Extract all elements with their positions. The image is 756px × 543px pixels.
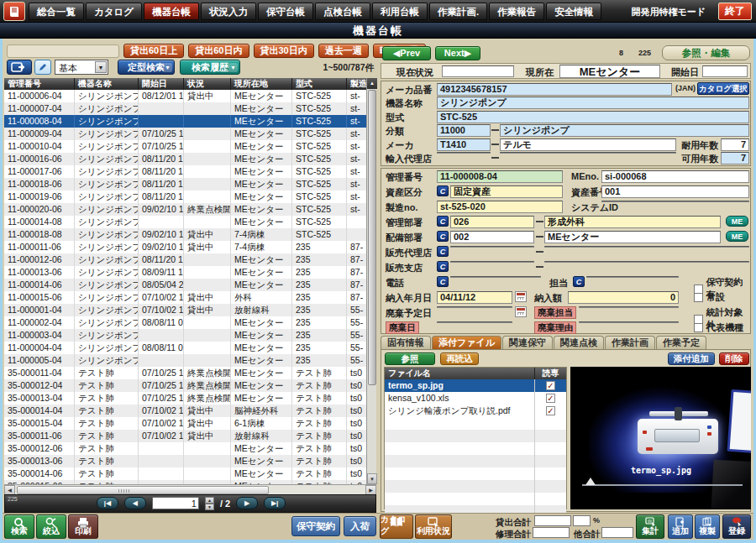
filter-button[interactable]: 過去一週 [318,44,369,58]
table-row[interactable]: 11-000003-04シリンジポンプMEセンター23555- [4,329,366,342]
maintenance-contract-button[interactable]: 保守契約 [291,516,340,536]
file-checkbox[interactable]: ✓ [546,394,555,403]
sales-branch-name-input[interactable] [544,261,749,263]
print-button[interactable]: 印刷 [68,514,98,539]
table-row[interactable]: 11-000018-08シリンジポンプ09/02/10 1貸出中7-4病棟STC… [4,228,366,241]
calendar-icon[interactable] [515,306,527,317]
class-code-input[interactable]: 11000 [437,124,491,137]
preview-slider-handle[interactable] [585,478,596,485]
disposal-plan-input[interactable] [437,306,512,308]
table-row[interactable]: 11-000014-08シリンジポンプMEセンターSTC-525 [4,216,366,228]
contact-input[interactable] [586,276,679,278]
filter-button[interactable]: 貸出30日内 [254,44,314,58]
table-row[interactable]: 11-000012-06シリンジポンプ08/11/20 1MEセンター23587… [4,253,366,266]
table-row[interactable]: 35-000012-04テスト肺07/10/25 1終業点検開MEセンターテスト… [4,379,366,392]
current-location-input[interactable]: MEセンター [559,65,660,78]
attachment-view-button[interactable]: 参照 [385,352,435,365]
preview-image[interactable]: termo_sp.jpg [589,367,733,493]
loan-total-input[interactable] [534,515,571,526]
table-row[interactable]: 11-000004-04シリンジポンプ08/08/11 0MEセンター23555… [4,342,366,354]
import-agent-code-input[interactable] [437,152,491,154]
sales-branch-code-input[interactable] [450,261,534,263]
table-row[interactable]: 35-000011-04テスト肺07/10/25 1終業点検開MEセンターテスト… [4,367,366,379]
table-row[interactable]: 35-000014-04テスト肺07/10/02 1貸出中脳神経外科テスト肺ts… [4,405,366,417]
table-row[interactable]: 11-000017-06シリンジポンプ08/11/20 1MEセンターSTC-5… [4,165,366,178]
chevron-down-icon[interactable]: ▼ [95,61,107,73]
register-button[interactable]: 登録 [722,514,751,539]
maker-id-input[interactable]: T1410 [437,138,491,151]
calendar-icon[interactable] [515,291,527,302]
code-select-button[interactable]: C [437,185,449,196]
table-row[interactable]: 11-000015-06シリンジポンプ07/10/02 1貸出中外科23587- [4,291,366,304]
table-row[interactable]: 35-000015-04テスト肺07/10/02 1貸出中6-1病棟テスト肺ts… [4,417,366,430]
table-row[interactable]: 11-000001-04シリンジポンプ07/10/02 1貸出中放射線科2355… [4,304,366,316]
table-row[interactable]: 11-000007-04シリンジポンプMEセンターSTC-525st- [4,102,366,115]
table-row[interactable]: 11-000008-04シリンジポンプMEセンターSTC-525st- [4,115,366,128]
column-header[interactable]: 開始日 [139,78,184,90]
phone-input[interactable] [450,276,541,278]
arrival-button[interactable]: 入荷 [344,516,376,536]
aggregate-button[interactable]: 集計 [636,514,664,539]
serial-no-input[interactable]: st-525-020 [437,201,563,213]
file-checkbox[interactable]: ✓ [546,381,555,390]
catalog-button[interactable]: カタログ [380,514,413,539]
loan-rate-input[interactable] [573,515,591,526]
representative-model-checkbox[interactable]: 代表機種 [694,321,743,334]
exit-button[interactable]: 終了 [718,3,752,20]
file-row[interactable]: シリンジ輸液ポンプ取り説.pdf✓ [385,405,566,417]
horizontal-scroll-thumb[interactable] [17,486,269,494]
search-preset-dropdown[interactable]: 基本 ▼ [55,60,108,75]
usable-years-input[interactable]: 7 [721,152,749,164]
prev-page-button[interactable]: ◀ [124,497,146,509]
scroll-up-icon[interactable]: ▲ [367,78,377,89]
preview-slider[interactable] [582,484,743,486]
column-header[interactable]: 機器名称 [75,78,139,90]
delivery-amount-input[interactable]: 0 [568,291,679,304]
table-row[interactable]: 11-000020-06シリンジポンプ09/02/10 1終業点検開MEセンター… [4,203,366,216]
usage-status-button[interactable]: 利用状況 [415,514,452,539]
code-select-button[interactable]: C [573,276,585,287]
table-row[interactable]: 35-000012-06テスト肺MEセンターテスト肺ts0 [4,442,366,455]
deployed-dept-name-input[interactable]: MEセンター [544,231,721,243]
detail-tab-作業計画[interactable]: 作業計画 [605,336,655,349]
code-select-button[interactable]: C [437,261,449,272]
current-status-input[interactable] [442,65,514,77]
add-record-button[interactable]: 追加 [668,514,693,539]
menu-tab-機器台帳[interactable]: 機器台帳 [144,3,199,20]
next-record-button[interactable]: Next▶ [435,46,480,60]
file-row[interactable]: kensa_v100.xls✓ [385,392,566,405]
device-name-input[interactable]: シリンジポンプ [437,97,749,109]
file-row[interactable]: termo_sp.jpg✓ [385,379,566,392]
other-total-input[interactable] [601,527,633,538]
asset-class-input[interactable]: 固定資産 [450,185,563,198]
code-select-button[interactable]: C [437,231,449,242]
catalog-select-button[interactable]: カタログ選択 [697,82,749,95]
import-agent-name-input[interactable] [500,152,676,154]
table-row[interactable]: 11-000006-04シリンジポンプ08/12/01 1貸出中MEセンターST… [4,90,366,102]
menu-tab-保守台帳[interactable]: 保守台帳 [258,3,313,20]
table-row[interactable]: 11-000011-06シリンジポンプ09/02/10 1貸出中7-4病棟235… [4,241,366,253]
search-button[interactable]: 検索 [4,514,34,539]
code-select-button[interactable]: C [437,276,449,287]
quick-memo-box[interactable] [7,44,119,58]
detail-tab-添付ファイル[interactable]: 添付ファイル [432,336,501,349]
maker-name-input[interactable]: テルモ [500,138,676,151]
file-checkbox[interactable]: ✓ [546,406,555,415]
column-header[interactable]: 状況 [184,78,231,90]
table-row[interactable]: 11-000019-06シリンジポンプ08/11/20 1MEセンターSTC-5… [4,191,366,203]
view-edit-button[interactable]: 参照・編集 [662,45,750,60]
menu-tab-作業計画.[interactable]: 作業計画. [429,3,487,20]
table-row[interactable]: 11-000002-04シリンジポンプ08/08/11 0MEセンター23555… [4,316,366,329]
delivery-date-input[interactable]: 04/11/12 [437,291,512,304]
table-row[interactable]: 11-000013-06シリンジポンプ08/09/11 1MEセンター23587… [4,266,366,279]
table-row[interactable]: 35-000013-06テスト肺MEセンターテスト肺ts0 [4,455,366,467]
prev-record-button[interactable]: ◀Prev [382,46,431,60]
me-dept-button[interactable]: ME [726,231,748,242]
vertical-scrollbar[interactable]: ▲ ▼ [366,78,376,484]
me-dept-button[interactable]: ME [726,216,748,227]
maker-code-input[interactable]: 4912345678157 [437,83,672,96]
menu-tab-総合一覧[interactable]: 総合一覧 [29,3,84,20]
menu-tab-利用台帳[interactable]: 利用台帳 [372,3,428,20]
system-id-input[interactable] [601,201,749,202]
control-no-input[interactable]: 11-000008-04 [437,170,563,183]
